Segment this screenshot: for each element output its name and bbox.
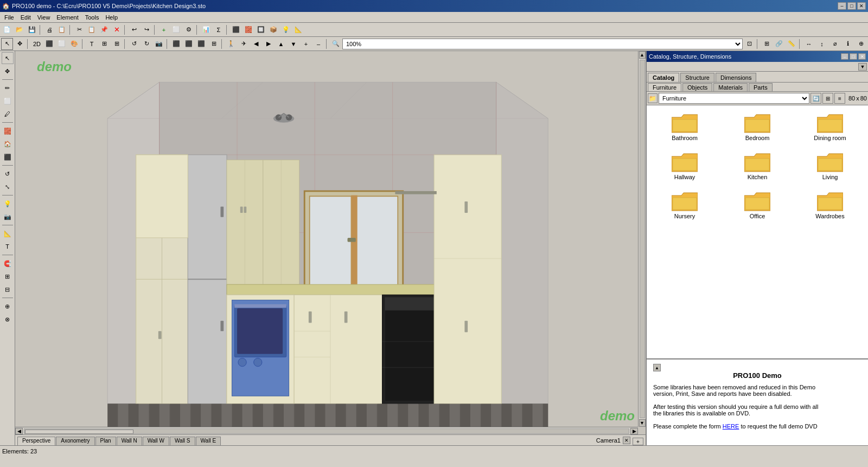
- cat-item-dining-room[interactable]: Dining room: [796, 110, 864, 143]
- subtab-materials[interactable]: Materials: [713, 83, 748, 91]
- lt-wall[interactable]: 🧱: [2, 125, 14, 137]
- object-button[interactable]: 📦: [267, 24, 279, 36]
- move-tool[interactable]: ✥: [14, 38, 25, 50]
- 2d-view[interactable]: 2D: [31, 38, 43, 50]
- text-btn[interactable]: T: [86, 38, 98, 50]
- lt-snap[interactable]: 🧲: [2, 257, 14, 269]
- dim-horiz[interactable]: ↔: [803, 38, 815, 50]
- lt-scale[interactable]: ⤡: [2, 181, 14, 193]
- catalog-dropdown[interactable]: Furniture: [659, 93, 809, 104]
- tab-axonometry[interactable]: Axonometry: [56, 437, 94, 445]
- dim-vert[interactable]: ↕: [816, 38, 828, 50]
- cat-view-list-btn[interactable]: ≡: [834, 93, 845, 104]
- dim-info[interactable]: ℹ: [842, 38, 854, 50]
- copy-button[interactable]: 📋: [86, 24, 98, 36]
- zoom-all[interactable]: 🔍: [330, 38, 342, 50]
- rp-min[interactable]: –: [841, 53, 848, 60]
- cut-button[interactable]: ✂: [73, 24, 85, 36]
- cat-item-nursery[interactable]: Nursery: [651, 188, 718, 222]
- cat-item-bedroom[interactable]: Bedroom: [724, 110, 791, 143]
- titlebar-controls[interactable]: – □ ✕: [838, 2, 866, 10]
- minimize-button[interactable]: –: [838, 2, 846, 10]
- arrow-down[interactable]: ▼: [288, 38, 299, 50]
- cat-item-bathroom[interactable]: Bathroom: [651, 110, 718, 143]
- camera-close[interactable]: ✕: [623, 437, 630, 444]
- subtab-objects[interactable]: Objects: [682, 83, 712, 91]
- open-wall-button[interactable]: 🔲: [255, 24, 267, 36]
- top-view[interactable]: ⬛: [195, 38, 207, 50]
- lt-pen[interactable]: 🖊: [2, 108, 14, 120]
- subtab-parts[interactable]: Parts: [749, 83, 773, 91]
- connect-btn[interactable]: 🔗: [773, 38, 785, 50]
- dim-button[interactable]: 📐: [292, 24, 304, 36]
- arrow-right[interactable]: ▶: [263, 38, 275, 50]
- zoom-dropdown[interactable]: 100% 75% 50%: [342, 39, 743, 49]
- redo-button[interactable]: ↪: [141, 24, 152, 36]
- vscroll[interactable]: ▲ ▼: [638, 51, 646, 427]
- rp-close[interactable]: ✕: [858, 53, 866, 60]
- lt-draw[interactable]: ✏: [2, 82, 14, 94]
- split-view[interactable]: ⊞: [761, 38, 773, 50]
- save-button[interactable]: 💾: [26, 24, 38, 36]
- cat-item-living[interactable]: Living: [796, 149, 864, 182]
- hscroll[interactable]: ◀ ▶: [15, 427, 638, 434]
- tab-catalog[interactable]: Catalog: [648, 73, 679, 82]
- dim-angle[interactable]: ⌀: [829, 38, 841, 50]
- arrow-left[interactable]: ◀: [250, 38, 262, 50]
- hscroll-track[interactable]: [24, 428, 629, 434]
- lt-rotate[interactable]: ↺: [2, 168, 14, 180]
- 3d-scene[interactable]: [15, 51, 646, 445]
- cat-item-office[interactable]: Office: [724, 188, 791, 222]
- lt-floor[interactable]: ⬛: [2, 151, 14, 163]
- front-view[interactable]: ⬛: [170, 38, 182, 50]
- cat-item-hallway[interactable]: Hallway: [651, 149, 718, 182]
- lt-misc2[interactable]: ⊗: [2, 313, 14, 325]
- side-view[interactable]: ⬛: [183, 38, 195, 50]
- lt-text[interactable]: T: [2, 241, 14, 253]
- vscroll-track[interactable]: [640, 60, 645, 418]
- tab-wall-e[interactable]: Wall E: [196, 437, 221, 445]
- zoom-in[interactable]: +: [300, 38, 312, 50]
- tab-wall-w[interactable]: Wall W: [143, 437, 169, 445]
- arrow-up[interactable]: ▲: [275, 38, 287, 50]
- cube-wire[interactable]: ⬜: [56, 38, 68, 50]
- measure-btn[interactable]: 📏: [786, 38, 797, 50]
- maximize-button[interactable]: □: [847, 2, 856, 10]
- subtab-furniture[interactable]: Furniture: [648, 83, 681, 91]
- print-preview-button[interactable]: 📋: [56, 24, 68, 36]
- lt-align[interactable]: ⊟: [2, 283, 14, 295]
- lt-light[interactable]: 💡: [2, 198, 14, 210]
- menu-help[interactable]: Help: [102, 13, 121, 22]
- cat-refresh-btn[interactable]: 🔄: [810, 93, 821, 104]
- hscroll-right[interactable]: ▶: [630, 428, 638, 434]
- tab-structure[interactable]: Structure: [680, 73, 714, 82]
- menu-edit[interactable]: Edit: [17, 13, 34, 22]
- vscroll-up[interactable]: ▲: [639, 51, 646, 59]
- zoom-out[interactable]: –: [312, 38, 324, 50]
- all-views[interactable]: ⊞: [208, 38, 220, 50]
- menu-view[interactable]: View: [34, 13, 54, 22]
- render-btn[interactable]: 🎨: [68, 38, 80, 50]
- tab-dimensions[interactable]: Dimensions: [716, 73, 756, 82]
- light-button[interactable]: 💡: [280, 24, 292, 36]
- box-button[interactable]: ⬜: [170, 24, 182, 36]
- dim-target[interactable]: ⊕: [855, 38, 867, 50]
- rp-dropdown-btn[interactable]: ▼: [858, 63, 867, 71]
- new-button[interactable]: 📄: [1, 24, 13, 36]
- cam-btn[interactable]: 📷: [153, 38, 165, 50]
- calc-button[interactable]: Σ: [213, 24, 225, 36]
- tab-wall-s[interactable]: Wall S: [170, 437, 195, 445]
- lt-dim[interactable]: 📐: [2, 228, 14, 239]
- open-button[interactable]: 📂: [14, 24, 25, 36]
- lt-room[interactable]: 🏠: [2, 138, 14, 150]
- vscroll-down[interactable]: ▼: [639, 419, 646, 427]
- canvas-area[interactable]: demo demo: [15, 51, 646, 445]
- tab-plan[interactable]: Plan: [95, 437, 116, 445]
- lt-select[interactable]: ↖: [2, 52, 14, 64]
- fly-btn[interactable]: ✈: [238, 38, 250, 50]
- rotate-left[interactable]: ↺: [128, 38, 140, 50]
- grid-btn[interactable]: ⊞: [111, 38, 123, 50]
- close-button[interactable]: ✕: [857, 2, 866, 10]
- menu-element[interactable]: Element: [53, 13, 81, 22]
- cat-item-wardrobes[interactable]: Wardrobes: [796, 188, 864, 222]
